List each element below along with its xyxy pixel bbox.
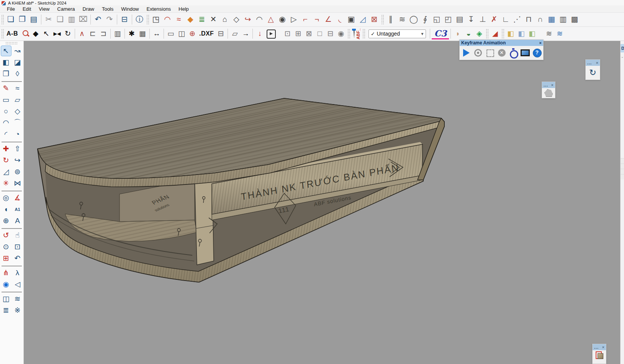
fillet-corner2-icon[interactable]: ¬ bbox=[311, 13, 323, 26]
fold-door-icon[interactable]: ◱ bbox=[431, 13, 442, 26]
drape-fold-icon[interactable]: ◆ bbox=[185, 13, 196, 26]
box-axis-icon[interactable]: ⊠ bbox=[369, 13, 380, 26]
polygon-tool[interactable]: ◇ bbox=[12, 106, 23, 117]
arc-append-icon[interactable]: ◠ bbox=[162, 13, 173, 26]
open-file-icon[interactable]: ❐ bbox=[16, 13, 28, 26]
pie-tool[interactable]: ◔ bbox=[12, 129, 23, 140]
follow-me-tool[interactable]: ↪ bbox=[12, 155, 23, 166]
pan-tool[interactable]: ☝ bbox=[12, 230, 23, 241]
tray-chevron-icon[interactable]: ⌄ bbox=[621, 55, 624, 59]
rotate-tool[interactable]: ↻ bbox=[1, 155, 11, 166]
axes-tool[interactable]: ✳ bbox=[1, 178, 11, 189]
menu-camera[interactable]: Camera bbox=[53, 6, 79, 12]
overflow-dots[interactable]: ... bbox=[587, 61, 592, 64]
shape-bend-icon[interactable]: ◇ bbox=[231, 13, 242, 26]
print-layout-icon[interactable]: ⊟ bbox=[215, 27, 226, 40]
text-tool[interactable]: A1 bbox=[12, 204, 23, 215]
cabinet-front-icon[interactable]: ▦ bbox=[546, 13, 557, 26]
components-tool[interactable]: ❒ bbox=[1, 69, 11, 79]
cursor-icon[interactable]: ↖ bbox=[41, 27, 52, 40]
zoom-extents-tool[interactable]: ⊞ bbox=[1, 253, 11, 264]
sail-shape-icon[interactable]: ◿ bbox=[357, 13, 369, 26]
polyline-dots-icon[interactable]: ≈ bbox=[173, 13, 185, 26]
zoom-window-tool[interactable]: ⊡ bbox=[12, 242, 23, 252]
overflow-dots[interactable]: ... bbox=[544, 83, 548, 87]
cut-icon[interactable]: ✂ bbox=[43, 13, 54, 26]
angle-dimension-tool[interactable]: ∡ bbox=[12, 193, 23, 203]
toolbar-grip[interactable] bbox=[501, 29, 504, 39]
toolbar-grip[interactable] bbox=[1, 29, 4, 39]
turntable-icon[interactable]: ↻ bbox=[589, 67, 596, 78]
threed-text-tool[interactable]: A bbox=[12, 215, 23, 226]
move-point-icon[interactable]: ↔ bbox=[151, 27, 162, 40]
mini-titlebar[interactable]: ... × bbox=[542, 82, 555, 88]
section-display-toggle[interactable]: ≋ bbox=[12, 294, 23, 304]
menu-file[interactable]: File bbox=[3, 6, 19, 12]
push-pull-tool[interactable]: ⇧ bbox=[12, 144, 23, 154]
cube-dashed-icon[interactable]: ⊡ bbox=[282, 27, 293, 40]
section-fill-toggle[interactable]: ≣ bbox=[1, 305, 11, 316]
panels-icon[interactable]: ▥ bbox=[112, 27, 123, 40]
fillet-corner-icon[interactable]: ⌐ bbox=[300, 13, 311, 26]
palette-grip[interactable] bbox=[5, 42, 18, 45]
dome-icon[interactable]: ◠ bbox=[254, 13, 265, 26]
abf-cutlist-icon[interactable]: ABF_ bbox=[352, 27, 360, 40]
panel-wedge-icon[interactable]: △ bbox=[265, 13, 277, 26]
rect-outline-icon[interactable]: ▭ bbox=[165, 27, 176, 40]
board-joint2-icon[interactable]: ⊐ bbox=[98, 27, 109, 40]
menu-extensions[interactable]: Extensions bbox=[143, 6, 175, 12]
crystal-icon[interactable]: ◈ bbox=[474, 27, 485, 40]
pipe-chain-icon[interactable]: ∮ bbox=[419, 13, 431, 26]
export-movie-button[interactable] bbox=[520, 47, 530, 59]
arrow-right-icon[interactable]: → bbox=[240, 27, 251, 40]
board-joint1-icon[interactable]: ⊏ bbox=[87, 27, 98, 40]
rect-split-icon[interactable]: ◫ bbox=[176, 27, 187, 40]
close-icon[interactable]: × bbox=[596, 60, 598, 65]
menu-window[interactable]: Window bbox=[117, 6, 142, 12]
screw-cross-icon[interactable]: ✗ bbox=[488, 13, 500, 26]
position-camera-tool[interactable]: ⋔ bbox=[1, 268, 11, 278]
angle-measure-icon[interactable]: ∠ bbox=[323, 13, 334, 26]
overflow-dots[interactable]: ... bbox=[594, 346, 599, 349]
shelf-stack-icon[interactable]: ▤ bbox=[454, 13, 465, 26]
close-icon[interactable]: × bbox=[602, 345, 604, 349]
cube-axes-icon[interactable]: ⊞ bbox=[293, 27, 303, 40]
record-button[interactable] bbox=[473, 47, 483, 59]
model-viewport[interactable]: THÀNH NK TRƯỚC BÀN PHẤN ABF solutions PH… bbox=[24, 41, 624, 364]
mini-titlebar[interactable]: ... × bbox=[593, 344, 606, 350]
wood-part-icon[interactable] bbox=[596, 351, 603, 359]
screw-icon[interactable]: ↧ bbox=[465, 13, 477, 26]
toolbar-grip[interactable] bbox=[1, 15, 4, 24]
cabinet-grid-icon[interactable]: ▥ bbox=[557, 13, 569, 26]
walk-tool[interactable]: λ bbox=[12, 268, 23, 278]
post-array-icon[interactable]: ∥ bbox=[385, 13, 396, 26]
protractor-tool[interactable]: ◖ bbox=[1, 204, 11, 215]
previous-view-tool[interactable]: ↶ bbox=[12, 253, 23, 264]
mini-titlebar[interactable]: ... × bbox=[586, 60, 600, 66]
move-tool[interactable]: ✚ bbox=[1, 144, 11, 154]
paste-icon[interactable]: ▥ bbox=[66, 13, 77, 26]
gold-cube-green-icon[interactable]: ◧ bbox=[527, 27, 537, 40]
tag-add-icon[interactable]: ◆ bbox=[30, 27, 41, 40]
red-trapezoid-icon[interactable]: ◢ bbox=[490, 27, 500, 40]
two-point-arc-tool[interactable]: ⌒ bbox=[12, 118, 23, 128]
line-tool[interactable]: ✎ bbox=[1, 83, 11, 94]
play-button[interactable] bbox=[461, 47, 471, 59]
rectangle-tool[interactable]: ▭ bbox=[1, 95, 11, 105]
gold-cube-blue-icon[interactable]: ◧ bbox=[516, 27, 527, 40]
close-icon[interactable]: × bbox=[551, 83, 554, 87]
shell-icon[interactable]: ◗ bbox=[452, 27, 463, 40]
select-keyframes-button[interactable] bbox=[485, 47, 495, 59]
video-play-icon[interactable] bbox=[265, 27, 276, 40]
tag-filter-dropdown[interactable]: ✓ Untagged ▼ bbox=[369, 29, 426, 38]
look-around-tool[interactable]: ◉ bbox=[1, 279, 11, 290]
undo-icon[interactable]: ↶ bbox=[92, 13, 104, 26]
gold-cube-icon[interactable]: ◧ bbox=[505, 27, 516, 40]
menu-view[interactable]: View bbox=[35, 6, 53, 12]
flip-lr-icon[interactable]: ▸◂ bbox=[52, 27, 62, 40]
toolbar-grip[interactable] bbox=[146, 15, 149, 24]
sphere-axes-icon[interactable]: ◉ bbox=[277, 13, 288, 26]
section-plane-tool[interactable]: ◫ bbox=[1, 294, 11, 304]
wood-model[interactable]: THÀNH NK TRƯỚC BÀN PHẤN ABF solutions PH… bbox=[38, 67, 444, 282]
sync-icon[interactable]: ↻ bbox=[62, 27, 73, 40]
